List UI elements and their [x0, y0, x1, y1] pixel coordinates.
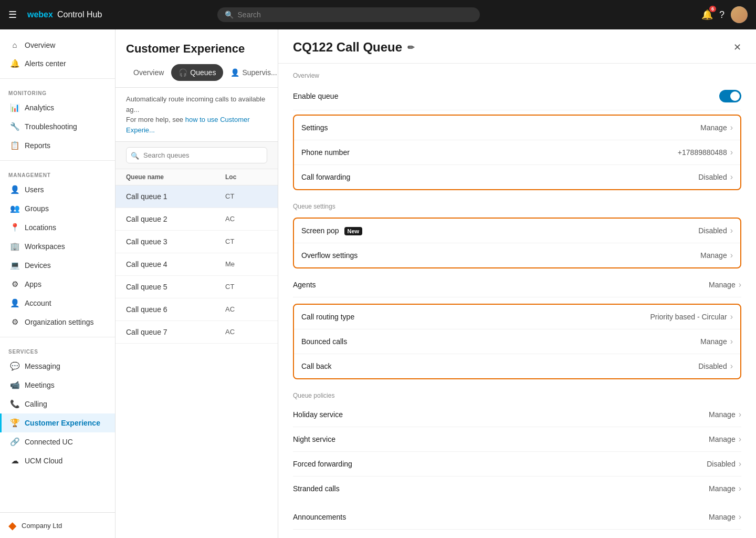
holiday-chevron: ›	[739, 410, 741, 419]
search-input[interactable]	[238, 11, 472, 19]
sidebar-item-calling[interactable]: 📞 Calling	[0, 395, 115, 413]
queue-row[interactable]: Call queue 4Me	[116, 253, 278, 276]
sidebar-nav-top: ⌂ Overview 🔔 Alerts center	[0, 29, 115, 75]
queue-search-wrap: 🔍	[126, 147, 267, 163]
call-forwarding-row[interactable]: Call forwarding Disabled ›	[294, 165, 740, 189]
sidebar-item-connected-uc[interactable]: 🔗 Connected UC	[0, 432, 115, 451]
forced-forwarding-row[interactable]: Forced forwarding Disabled ›	[293, 452, 741, 477]
home-icon: ⌂	[10, 40, 19, 49]
sidebar-item-users[interactable]: 👤 Users	[0, 180, 115, 199]
stranded-calls-row[interactable]: Stranded calls Manage ›	[293, 477, 741, 501]
rp-content: Overview Enable queue ✓ Settings Manage …	[278, 64, 756, 538]
right-panel: CQ122 Call Queue ✏ ✕ Overview Enable que…	[278, 29, 756, 538]
main-content: Customer Experience Overview 🎧 Queues 👤 …	[116, 29, 756, 538]
settings-chevron: ›	[730, 123, 733, 132]
ucm-cloud-icon: ☁	[10, 456, 19, 465]
queue-policies-label: Queue policies	[293, 384, 741, 402]
company-footer: ◆ Company Ltd	[0, 512, 115, 538]
holiday-row[interactable]: Holiday service Manage ›	[293, 402, 741, 427]
queue-settings-label: Queue settings	[293, 194, 741, 213]
settings-boxed-section: Settings Manage › Phone number +17889880…	[293, 115, 741, 190]
enable-queue-toggle[interactable]: ✓	[719, 90, 741, 102]
sidebar-item-ucm-cloud[interactable]: ☁ UCM Cloud	[0, 451, 115, 470]
company-name: Company Ltd	[22, 522, 62, 530]
announcement-files-row[interactable]: Announcement files Manage ›	[293, 530, 741, 538]
sidebar-item-groups[interactable]: 👥 Groups	[0, 199, 115, 218]
sidebar-item-customer-experience[interactable]: 🏆 Customer Experience	[0, 413, 115, 432]
call-back-row[interactable]: Call back Disabled ›	[294, 354, 740, 378]
queue-search-input[interactable]	[126, 147, 267, 163]
bounced-calls-row[interactable]: Bounced calls Manage ›	[294, 329, 740, 354]
queue-search: 🔍	[116, 142, 278, 169]
policy-rows: Holiday service Manage › Night service M…	[293, 402, 741, 501]
forced-forwarding-chevron: ›	[739, 459, 741, 469]
sidebar-item-apps[interactable]: ⚙ Apps	[0, 275, 115, 294]
logo: webex Control Hub	[27, 10, 102, 19]
agents-row[interactable]: Agents Manage ›	[293, 273, 741, 297]
sidebar-item-analytics[interactable]: 📊 Analytics	[0, 98, 115, 117]
sidebar-item-messaging[interactable]: 💬 Messaging	[0, 357, 115, 376]
queue-location: AC	[225, 328, 267, 336]
sidebar-item-account[interactable]: 👤 Account	[0, 294, 115, 313]
queue-row[interactable]: Call queue 6AC	[116, 298, 278, 321]
sidebar-item-org-settings[interactable]: ⚙ Organization settings	[0, 313, 115, 332]
queue-search-icon: 🔍	[131, 151, 139, 159]
sidebar-item-reports[interactable]: 📋 Reports	[0, 136, 115, 155]
tab-overview[interactable]: Overview	[126, 64, 171, 81]
announcements-row[interactable]: Announcements Manage ›	[293, 505, 741, 530]
hamburger-icon[interactable]: ☰	[8, 9, 17, 20]
queue-location: AC	[225, 215, 267, 223]
help-icon[interactable]: ?	[719, 9, 724, 20]
left-panel-header: Customer Experience Overview 🎧 Queues 👤 …	[116, 29, 278, 88]
sidebar-item-devices[interactable]: 💻 Devices	[0, 256, 115, 275]
sidebar-item-workspaces[interactable]: 🏢 Workspaces	[0, 237, 115, 256]
edit-icon[interactable]: ✏	[407, 43, 414, 53]
org-settings-icon: ⚙	[10, 317, 19, 327]
avatar[interactable]	[731, 6, 748, 23]
tab-description: Automatically route incoming calls to av…	[116, 88, 278, 142]
call-routing-row[interactable]: Call routing type Priority based - Circu…	[294, 305, 740, 329]
queue-settings-boxed-section: Screen pop New Disabled › Overflow setti…	[293, 218, 741, 268]
queue-location: AC	[225, 305, 267, 314]
management-section: MANAGEMENT 👤 Users 👥 Groups 📍 Locations …	[0, 164, 115, 334]
queue-list: Call queue 1CTCall queue 2ACCall queue 3…	[116, 185, 278, 344]
devices-icon: 💻	[10, 261, 19, 270]
troubleshooting-icon: 🔧	[10, 122, 19, 131]
queue-location: CT	[225, 237, 267, 246]
sidebar-item-troubleshooting[interactable]: 🔧 Troubleshooting	[0, 117, 115, 136]
queue-row[interactable]: Call queue 2AC	[116, 208, 278, 231]
queue-name: Call queue 6	[126, 305, 225, 314]
night-service-chevron: ›	[739, 434, 741, 444]
sidebar: ⌂ Overview 🔔 Alerts center MONITORING 📊 …	[0, 29, 116, 538]
overflow-row[interactable]: Overflow settings Manage ›	[294, 243, 740, 267]
bounced-calls-chevron: ›	[730, 337, 733, 346]
screen-pop-row[interactable]: Screen pop New Disabled ›	[294, 219, 740, 243]
notification-badge: 6	[709, 6, 716, 12]
notifications-icon[interactable]: 🔔 6	[701, 9, 713, 20]
queue-location: Me	[225, 260, 267, 268]
sidebar-item-alerts[interactable]: 🔔 Alerts center	[0, 54, 115, 73]
help-link[interactable]: how to use Customer Experie...	[126, 116, 250, 134]
settings-row[interactable]: Settings Manage ›	[294, 116, 740, 140]
sidebar-item-locations[interactable]: 📍 Locations	[0, 218, 115, 237]
tab-queues[interactable]: 🎧 Queues	[171, 64, 223, 81]
queue-name: Call queue 1	[126, 192, 225, 201]
night-service-row[interactable]: Night service Manage ›	[293, 427, 741, 452]
locations-icon: 📍	[10, 223, 19, 232]
queue-row[interactable]: Call queue 5CT	[116, 276, 278, 298]
left-panel-title: Customer Experience	[126, 42, 267, 56]
meetings-icon: 📹	[10, 380, 19, 390]
supervisor-tab-icon: 👤	[230, 68, 239, 77]
queue-row[interactable]: Call queue 7AC	[116, 321, 278, 344]
tab-supervisor[interactable]: 👤 Supervis...	[223, 64, 278, 81]
queue-row[interactable]: Call queue 3CT	[116, 231, 278, 253]
queue-row[interactable]: Call queue 1CT	[116, 185, 278, 208]
sidebar-item-overview[interactable]: ⌂ Overview	[0, 36, 115, 54]
call-routing-chevron: ›	[730, 312, 733, 322]
phone-number-row[interactable]: Phone number +17889880488 ›	[294, 140, 740, 165]
monitoring-section: MONITORING 📊 Analytics 🔧 Troubleshooting…	[0, 82, 115, 157]
search-bar[interactable]: 🔍	[217, 7, 480, 22]
announcements-chevron: ›	[739, 512, 741, 522]
sidebar-item-meetings[interactable]: 📹 Meetings	[0, 376, 115, 395]
close-icon[interactable]: ✕	[733, 42, 741, 53]
